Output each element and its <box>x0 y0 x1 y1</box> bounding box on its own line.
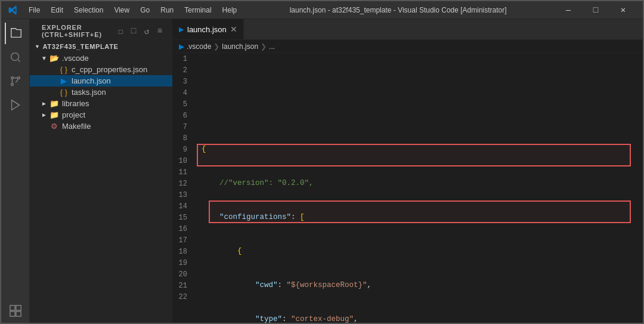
sidebar-item-project[interactable]: ► 📁 project <box>30 109 172 121</box>
launch-label: launch.json <box>72 76 111 85</box>
vscode-logo <box>7 4 19 16</box>
extensions-icon[interactable] <box>5 300 26 322</box>
breadcrumb-launch[interactable]: launch.json <box>222 42 258 51</box>
code-line-1: { <box>202 144 643 155</box>
code-editor[interactable]: 1234 5678 9101112 13141516 17181920 2122… <box>173 53 643 324</box>
vscode-file-icon: ▶ <box>58 76 69 85</box>
sidebar-item-launch[interactable]: ▶ launch.json <box>30 75 172 87</box>
main-layout: Explorer (Ctrl+Shift+E) ☐ □ ↺ ≡ ▼ AT32F4… <box>1 19 643 324</box>
breadcrumb-ellipsis[interactable]: ... <box>269 42 275 51</box>
cppprops-label: c_cpp_properties.json <box>72 65 147 74</box>
menu-help[interactable]: Help <box>218 4 242 16</box>
editor-area: ▶ launch.json ✕ ▶ .vscode ❯ launch.json … <box>173 19 643 324</box>
window-title: launch.json - at32f435_template - Visual… <box>242 6 555 14</box>
chevron-right-icon2: ► <box>39 112 49 118</box>
svg-point-2 <box>17 77 20 79</box>
code-line-3: "configurations": [ <box>202 212 643 223</box>
breadcrumb-vscode[interactable]: ▶ <box>179 42 184 51</box>
tab-bar: ▶ launch.json ✕ <box>173 19 643 40</box>
folder-icon: 📂 <box>49 54 60 63</box>
tab-file-icon: ▶ <box>179 26 184 33</box>
makefile-label: Makefile <box>62 122 91 131</box>
activity-bar <box>1 19 30 324</box>
svg-point-3 <box>11 84 13 86</box>
menu-edit[interactable]: Edit <box>46 4 68 16</box>
vscode-folder-label: .vscode <box>62 54 89 63</box>
tasks-label: tasks.json <box>72 88 106 97</box>
activity-bar-bottom <box>5 300 26 324</box>
json-file-icon2: { } <box>58 88 69 97</box>
run-debug-icon[interactable] <box>5 94 26 116</box>
tab-close-button[interactable]: ✕ <box>230 24 237 34</box>
code-content[interactable]: { //"version": "0.2.0", "configurations"… <box>197 53 643 324</box>
json-file-icon: { } <box>58 65 69 74</box>
sidebar-item-cppprops[interactable]: { } c_cpp_properties.json <box>30 64 172 75</box>
menu-bar: File Edit Selection View Go Run Terminal… <box>24 4 242 16</box>
code-line-6: "type": "cortex-debug", <box>202 314 643 324</box>
title-bar: File Edit Selection View Go Run Terminal… <box>1 1 643 19</box>
search-icon[interactable] <box>5 47 26 68</box>
sidebar-item-makefile[interactable]: ⚙ Makefile <box>30 121 172 132</box>
new-folder-icon[interactable]: □ <box>128 26 139 36</box>
close-button[interactable]: ✕ <box>609 1 637 19</box>
source-control-icon[interactable] <box>5 70 26 92</box>
sidebar-header: Explorer (Ctrl+Shift+E) ☐ □ ↺ ≡ <box>30 19 172 41</box>
maximize-button[interactable]: □ <box>582 1 609 19</box>
tab-label: launch.json <box>187 25 227 34</box>
breadcrumb-vscode-label[interactable]: .vscode <box>187 42 211 51</box>
breadcrumb-sep1: ❯ <box>213 42 219 51</box>
project-root-label: AT32F435_TEMPLATE <box>43 43 119 50</box>
libraries-label: libraries <box>62 99 89 108</box>
breadcrumb: ▶ .vscode ❯ launch.json ❯ ... <box>173 40 643 53</box>
menu-selection[interactable]: Selection <box>69 4 108 16</box>
code-line-2: //"version": "0.2.0", <box>202 178 643 189</box>
line-numbers: 1234 5678 9101112 13141516 17181920 2122 <box>173 53 197 324</box>
sidebar: Explorer (Ctrl+Shift+E) ☐ □ ↺ ≡ ▼ AT32F4… <box>30 19 173 324</box>
explorer-icon[interactable] <box>5 23 26 44</box>
svg-point-1 <box>11 77 13 79</box>
chevron-right-icon: ► <box>39 100 49 107</box>
refresh-icon[interactable]: ↺ <box>141 26 152 36</box>
sidebar-item-libraries[interactable]: ► 📁 libraries <box>30 98 172 109</box>
explorer-section[interactable]: ▼ AT32F435_TEMPLATE <box>30 41 172 53</box>
svg-rect-5 <box>10 306 14 310</box>
breadcrumb-sep2: ❯ <box>261 42 267 51</box>
minimize-button[interactable]: ‒ <box>555 1 582 19</box>
menu-file[interactable]: File <box>24 4 45 16</box>
chevron-down-icon: ▼ <box>39 55 49 61</box>
folder-icon2: 📁 <box>49 99 60 108</box>
make-file-icon: ⚙ <box>49 122 60 131</box>
menu-go[interactable]: Go <box>135 4 154 16</box>
code-line-4: { <box>202 246 643 257</box>
menu-run[interactable]: Run <box>156 4 178 16</box>
menu-view[interactable]: View <box>109 4 134 16</box>
sidebar-title: Explorer (Ctrl+Shift+E) <box>42 24 115 38</box>
sidebar-item-tasks[interactable]: { } tasks.json <box>30 87 172 98</box>
svg-rect-6 <box>16 306 20 310</box>
svg-marker-4 <box>11 100 19 110</box>
new-file-icon[interactable]: ☐ <box>115 26 126 36</box>
window-controls: ‒ □ ✕ <box>555 1 637 19</box>
menu-terminal[interactable]: Terminal <box>179 4 216 16</box>
folder-icon3: 📁 <box>49 110 60 119</box>
sidebar-actions: ☐ □ ↺ ≡ <box>115 26 165 36</box>
tab-launch-json[interactable]: ▶ launch.json ✕ <box>173 19 244 39</box>
svg-rect-8 <box>16 311 20 316</box>
svg-point-0 <box>11 53 18 61</box>
collapse-icon[interactable]: ≡ <box>154 26 165 36</box>
project-label: project <box>62 110 85 119</box>
sidebar-item-vscode[interactable]: ▼ 📂 .vscode <box>30 53 172 64</box>
svg-rect-7 <box>10 311 14 316</box>
code-line-5: "cwd": "${workspaceRoot}", <box>202 280 643 291</box>
